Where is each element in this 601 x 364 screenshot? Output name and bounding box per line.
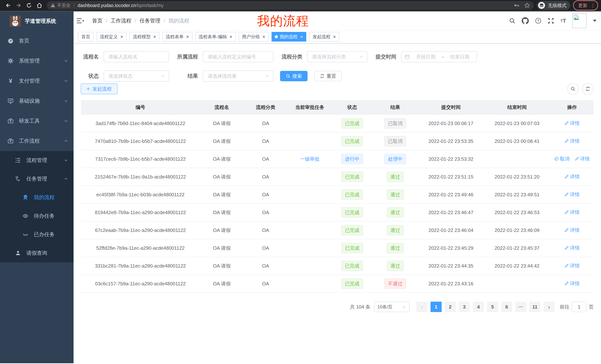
page-size-select[interactable]: 10条/页 [374, 302, 410, 312]
sidebar-item-todo-tasks[interactable]: 待办任务 [0, 207, 74, 225]
detail-link[interactable]: 详情 [564, 173, 580, 180]
close-icon[interactable] [262, 34, 265, 40]
process-def-input[interactable] [203, 51, 273, 62]
sidebar-item-devtools[interactable]: 研发工具 [0, 111, 74, 131]
more-pages-button[interactable]: ··· [515, 302, 526, 312]
search-button[interactable]: 搜索 [280, 71, 308, 81]
close-icon[interactable] [120, 34, 123, 40]
breadcrumb-home[interactable]: 首页 [92, 17, 102, 24]
table-search-icon[interactable] [567, 83, 579, 95]
tab-process-model[interactable]: 流程模型 [130, 32, 159, 42]
status-select-field[interactable] [108, 73, 161, 79]
current-task-link[interactable]: 一级审批 [300, 156, 320, 162]
prev-page-button[interactable] [416, 302, 428, 312]
tab-home[interactable]: 首页 [78, 32, 94, 42]
tab-user-group[interactable]: 用户分组 [239, 32, 269, 42]
result-select-field[interactable] [207, 73, 265, 79]
page-button-4[interactable]: 4 [473, 302, 484, 312]
date-range-picker[interactable]: 开始日期 - 结束日期 [401, 51, 477, 62]
reset-button[interactable]: 重置 [314, 71, 342, 81]
page-button-3[interactable]: 3 [459, 302, 470, 312]
forward-icon[interactable] [14, 1, 23, 10]
close-icon[interactable] [185, 34, 189, 40]
site-security[interactable]: 不安全 [50, 2, 70, 8]
page-button-2[interactable]: 2 [445, 302, 456, 312]
detail-link[interactable]: 详情 [564, 245, 580, 251]
tab-process-form[interactable]: 流程表单 [162, 32, 192, 42]
category-select[interactable] [307, 51, 367, 62]
category-select-field[interactable] [311, 54, 359, 60]
breadcrumb-workflow[interactable]: 工作流程 [111, 17, 131, 24]
end-date-placeholder[interactable]: 结束日期 [446, 54, 474, 60]
col-id: 编号 [81, 100, 200, 115]
cell-submit-time: 2022-01-22 23:53:32 [418, 150, 484, 168]
password-key-icon[interactable] [514, 2, 520, 8]
status-select[interactable] [104, 70, 169, 82]
detail-link[interactable]: 详情 [575, 156, 590, 162]
tab-my-process[interactable]: 我的流程 [271, 32, 306, 42]
start-process-button[interactable]: 发起流程 [81, 84, 117, 94]
sidebar-item-system[interactable]: 系统管理 [0, 51, 74, 71]
update-button[interactable]: 更新 ⋮ [573, 0, 598, 10]
close-icon[interactable] [152, 34, 156, 40]
avatar-caret-icon[interactable] [593, 20, 597, 22]
sidebar-item-done-tasks[interactable]: 已办任务 [0, 225, 74, 244]
page-button-11[interactable]: 11 [529, 302, 541, 312]
process-name-input-field[interactable] [108, 54, 165, 60]
next-page-button[interactable] [543, 302, 555, 312]
result-badge: 已取消 [384, 136, 406, 146]
page-button-6[interactable]: 6 [501, 302, 512, 312]
detail-link[interactable]: 详情 [564, 120, 580, 126]
github-icon[interactable] [522, 17, 529, 24]
detail-link[interactable]: 详情 [564, 209, 580, 216]
cell-category: OA [244, 275, 288, 293]
table-refresh-icon[interactable] [582, 83, 594, 95]
fullscreen-icon[interactable] [548, 18, 554, 24]
browser-menu-icon[interactable]: ⋮ [591, 3, 595, 8]
sidebar-item-infra[interactable]: 基础设施 [0, 91, 74, 111]
page-button-5[interactable]: 5 [487, 302, 498, 312]
tab-start-process[interactable]: 发起流程 [309, 32, 339, 42]
back-icon[interactable] [4, 1, 12, 10]
screen: 不安全 dashboard.yudao.iocoder.cn/bpm/task/… [0, 0, 601, 364]
process-def-input-field[interactable] [207, 54, 269, 60]
detail-link[interactable]: 详情 [564, 191, 580, 198]
close-icon[interactable] [299, 34, 303, 40]
font-size-icon[interactable] [560, 18, 566, 24]
gear-icon [7, 58, 14, 64]
detail-link[interactable]: 详情 [564, 227, 580, 233]
reload-icon[interactable] [25, 1, 33, 10]
close-icon[interactable] [332, 34, 336, 40]
sidebar-item-my-process[interactable]: 我的流程 [0, 188, 74, 207]
bookmark-star-icon[interactable] [524, 2, 530, 8]
cancel-link[interactable]: 取消 [554, 156, 570, 162]
sidebar-item-workflow[interactable]: 工作流程 [0, 131, 74, 151]
sidebar-item-task-mgmt[interactable]: 任务管理 [0, 170, 74, 188]
goto-page-input[interactable]: 1 [572, 302, 587, 312]
home-icon[interactable] [35, 1, 43, 10]
sidebar-collapse-icon[interactable] [74, 11, 87, 30]
detail-link[interactable]: 详情 [564, 138, 580, 144]
help-icon[interactable]: ? [535, 18, 541, 24]
detail-link[interactable]: 详情 [564, 262, 580, 269]
sidebar-item-label: 首页 [19, 37, 29, 44]
sidebar-item-payment[interactable]: ¥ 支付管理 [0, 71, 74, 91]
process-name-input[interactable] [104, 51, 169, 62]
tab-process-form-edit[interactable]: 流程表单-编辑 [195, 32, 236, 42]
start-date-placeholder[interactable]: 开始日期 [412, 54, 440, 60]
tab-process-definition[interactable]: 流程定义 [97, 32, 127, 42]
sidebar-item-label: 支付管理 [19, 77, 40, 84]
sidebar-item-leave-query[interactable]: 请假查询 [0, 244, 74, 262]
page-button-1[interactable]: 1 [431, 302, 442, 312]
result-select[interactable] [203, 70, 273, 82]
search-icon[interactable] [509, 18, 515, 24]
detail-link[interactable]: 详情 [564, 280, 580, 287]
url-separator [74, 3, 74, 8]
sidebar-item-process-mgmt[interactable]: 流程管理 [0, 151, 74, 170]
svg-text:?: ? [537, 19, 539, 23]
breadcrumb-task-mgmt[interactable]: 任务管理 [140, 17, 160, 24]
sidebar-item-home[interactable]: 首页 [0, 31, 74, 51]
url-bar[interactable]: 不安全 dashboard.yudao.iocoder.cn/bpm/task/… [47, 1, 534, 10]
avatar[interactable] [572, 13, 587, 28]
close-icon[interactable] [229, 34, 232, 40]
